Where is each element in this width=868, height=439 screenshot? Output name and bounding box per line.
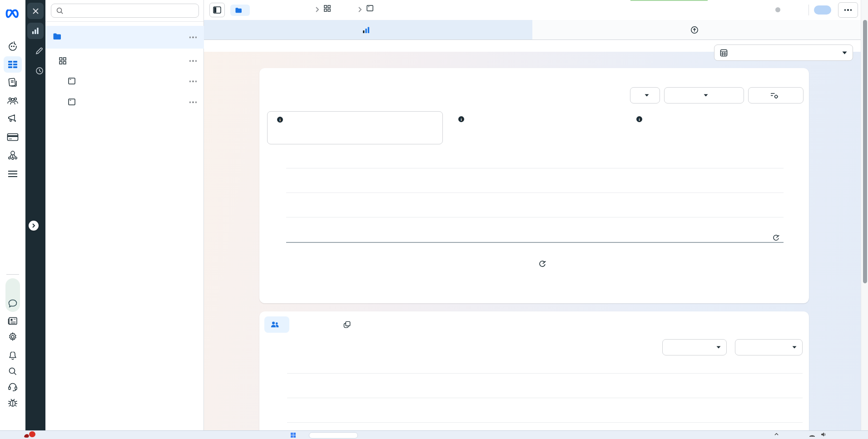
status-dot (775, 7, 780, 12)
ad-icon (68, 78, 75, 84)
platform-icon (343, 321, 351, 328)
notifications-badge (9, 345, 16, 352)
report-content: i i i (204, 40, 861, 430)
weather-badge (29, 431, 35, 437)
row-menu-button[interactable] (188, 99, 199, 105)
metric-messaging-conversations[interactable]: i (267, 111, 443, 144)
recommendations-icon (690, 26, 699, 34)
breakdown-dropdown[interactable] (662, 339, 727, 355)
tree-row-ad-copy[interactable] (45, 92, 204, 113)
search-icon (56, 7, 64, 15)
caret-down-icon (645, 94, 649, 97)
row-menu-button[interactable] (188, 35, 199, 40)
close-panel-button[interactable] (27, 3, 44, 19)
interval-dropdown[interactable] (630, 87, 660, 104)
breadcrumb-adset[interactable] (324, 5, 334, 12)
windows-start-icon[interactable] (291, 433, 296, 438)
customize-icon (770, 92, 778, 99)
info-icon[interactable]: i (458, 116, 464, 122)
campaign-tree-panel (45, 0, 204, 430)
top-edge-artifact (630, 0, 708, 1)
edit-pencil-icon[interactable] (35, 47, 43, 55)
activity-history-dropdown[interactable] (664, 87, 744, 104)
history-clock-icon[interactable] (35, 67, 44, 75)
historical-edits-icon (539, 261, 546, 268)
legend-item-historical-edits[interactable] (539, 261, 550, 268)
chevron-right-icon (314, 6, 320, 13)
adset-icon (59, 57, 66, 64)
customize-button[interactable] (748, 87, 804, 104)
divider (808, 5, 809, 15)
caret-down-icon (704, 94, 708, 97)
all-tools-icon[interactable] (8, 170, 18, 178)
tree-row-campaign[interactable] (45, 26, 204, 49)
chart-spike-marker (258, 68, 261, 75)
demographics-people-icon (271, 321, 279, 328)
ads-manager-table-icon[interactable] (8, 60, 18, 69)
business-badge (13, 39, 20, 46)
promote-megaphone-icon[interactable] (7, 113, 18, 123)
folder-icon (53, 33, 61, 40)
ad-icon (367, 5, 373, 11)
pages-icon[interactable] (7, 77, 18, 88)
assets-icon[interactable] (7, 150, 18, 161)
settings-gear-icon[interactable] (8, 332, 18, 342)
performance-chart-icon (362, 27, 370, 33)
network-icon[interactable] (809, 432, 815, 437)
insights-chart-button[interactable] (27, 23, 44, 39)
row-menu-button[interactable] (188, 58, 199, 64)
search-tools-icon[interactable] (8, 366, 18, 376)
toggle-sidebar-button[interactable] (209, 3, 225, 17)
news-icon[interactable] (7, 316, 18, 326)
gridline (287, 373, 803, 374)
row-menu-button[interactable] (188, 79, 199, 84)
tree-row-ad[interactable] (45, 71, 204, 92)
metric-amount-spent[interactable]: i (627, 111, 803, 144)
date-range-button[interactable] (714, 44, 853, 61)
page-scrollbar[interactable] (861, 0, 868, 430)
expand-panel-button[interactable] (29, 221, 39, 231)
search-input[interactable] (67, 4, 194, 17)
chevron-right-icon (357, 6, 362, 13)
meta-logo[interactable] (5, 9, 20, 19)
more-options-button[interactable] (838, 2, 858, 18)
tray-chevron-icon[interactable] (774, 432, 779, 436)
tab-performance[interactable] (204, 20, 532, 39)
x-axis-baseline (286, 242, 784, 243)
audiences-icon[interactable] (7, 96, 19, 106)
legend-item-series[interactable] (518, 261, 529, 267)
tab-recommendations[interactable] (532, 20, 861, 39)
tab-demographics[interactable] (264, 316, 289, 333)
metric-dropdown[interactable] (735, 339, 803, 355)
volume-icon[interactable] (821, 432, 826, 437)
breadcrumb-ads[interactable] (367, 5, 377, 11)
rail-divider (6, 274, 19, 275)
tree-row-adset[interactable] (45, 50, 204, 71)
metric-per-conversation[interactable]: i (449, 111, 625, 144)
chat-support-icon[interactable] (8, 299, 18, 308)
toggle-knob (823, 6, 831, 14)
ads-visibility-toggle[interactable] (814, 5, 831, 15)
legend-swatch (518, 261, 525, 267)
ellipsis-icon (843, 7, 854, 13)
gridline (287, 398, 803, 398)
info-icon[interactable]: i (277, 117, 283, 123)
selected-indicator (45, 26, 47, 49)
support-headset-icon[interactable] (8, 382, 18, 392)
bug-report-icon[interactable] (7, 398, 18, 408)
breadcrumb-campaign[interactable] (230, 5, 250, 16)
taskbar-search-box[interactable] (309, 432, 358, 439)
performance-overview-card: i i i (259, 68, 809, 303)
scrollbar-thumb[interactable] (863, 20, 867, 283)
notifications-bell-icon[interactable] (8, 350, 18, 360)
secondary-nav-rail (25, 0, 45, 430)
billing-icon[interactable] (7, 133, 19, 142)
historical-edit-marker-icon[interactable] (773, 235, 779, 242)
gridline (286, 168, 784, 168)
tab-platform[interactable] (337, 316, 361, 333)
tree-search-box[interactable] (51, 4, 199, 18)
caret-down-icon (842, 51, 847, 54)
gridline (287, 422, 803, 423)
info-icon[interactable]: i (636, 116, 642, 122)
ad-icon (68, 99, 75, 105)
